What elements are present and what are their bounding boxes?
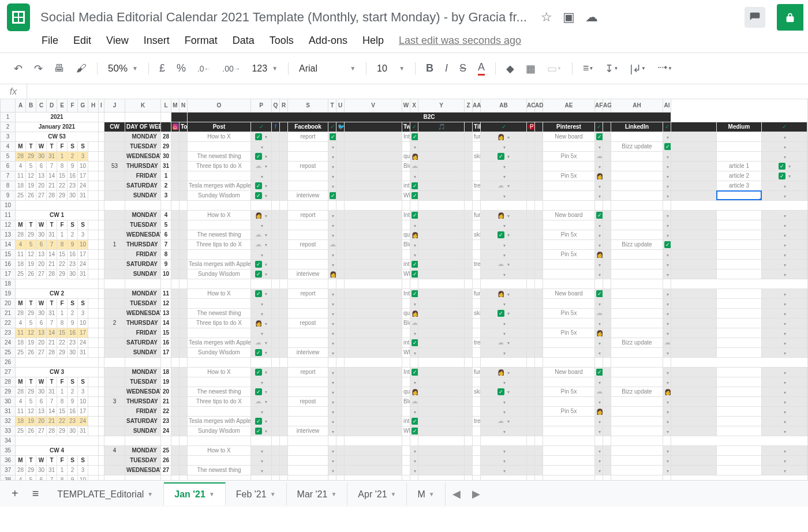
date-cell[interactable]: 21	[161, 396, 171, 406]
cell[interactable]	[272, 239, 280, 249]
cell[interactable]	[171, 328, 179, 338]
cell[interactable]	[527, 338, 535, 347]
cell[interactable]: M	[16, 377, 26, 387]
cw-cell[interactable]	[104, 151, 125, 161]
cell[interactable]: S	[68, 455, 78, 465]
linkedin-cell[interactable]	[611, 259, 663, 269]
cell[interactable]	[345, 161, 402, 171]
cell[interactable]	[465, 406, 473, 416]
post-status[interactable]: ✓ ▾	[251, 132, 272, 141]
pinterest-status[interactable]: ▾	[595, 298, 603, 308]
facebook-cell[interactable]	[288, 141, 328, 151]
cell[interactable]	[535, 347, 543, 357]
pinterest-status[interactable]: ▾	[595, 377, 603, 387]
cell[interactable]: 23	[68, 416, 78, 426]
facebook-status[interactable]: ▾	[328, 445, 336, 455]
column-header[interactable]: N	[179, 99, 188, 112]
cell[interactable]	[88, 426, 99, 436]
date-cell[interactable]: 1	[161, 171, 171, 181]
cell[interactable]	[603, 259, 611, 269]
cell[interactable]	[603, 122, 611, 132]
facebook-status[interactable]: ▾	[328, 210, 336, 220]
post-cell[interactable]: Sunday Wisdom	[188, 426, 251, 436]
cell[interactable]: 16	[68, 328, 78, 338]
cell[interactable]: 3	[78, 308, 88, 318]
cell[interactable]	[418, 367, 465, 377]
pinterest-cell[interactable]: Pin 5x	[543, 171, 595, 181]
cell[interactable]	[99, 406, 104, 416]
cell[interactable]	[280, 141, 288, 151]
format-percent-button[interactable]: %	[173, 60, 189, 77]
medium-status[interactable]: ▾	[762, 367, 807, 377]
pinterest-status[interactable]: ✓ ▾	[595, 132, 603, 141]
medium-cell[interactable]	[716, 367, 762, 377]
cell[interactable]: 3	[78, 230, 88, 239]
post-status[interactable]: ☁ ▾	[251, 338, 272, 347]
linkedin-cell[interactable]	[611, 465, 663, 475]
medium-cell[interactable]	[716, 396, 762, 406]
cell[interactable]: 30	[36, 308, 47, 318]
medium-cell[interactable]: article 3	[716, 181, 762, 190]
medium-cell[interactable]	[716, 318, 762, 328]
move-icon[interactable]: ▣	[563, 10, 575, 25]
linkedin-status[interactable]: ▾	[663, 210, 671, 220]
cell[interactable]	[99, 190, 104, 200]
cell[interactable]	[99, 141, 104, 151]
medium-status[interactable]: ▾	[762, 220, 807, 230]
bold-button[interactable]: B	[422, 60, 437, 77]
pinterest-status[interactable]: ▾	[595, 318, 603, 328]
cell[interactable]	[535, 161, 543, 171]
linkedin-status[interactable]: ▾	[663, 289, 671, 298]
cell[interactable]	[465, 377, 473, 387]
tiktok-status[interactable]: 👩 ▾	[481, 210, 527, 220]
cell[interactable]	[171, 318, 179, 328]
cell[interactable]	[171, 181, 179, 190]
tiktok-status[interactable]: ▾	[481, 445, 527, 455]
sheet-tab[interactable]: Jan '21▼	[164, 482, 226, 505]
post-status[interactable]: ▾	[251, 249, 272, 259]
cell[interactable]	[535, 377, 543, 387]
column-header[interactable]: AG	[603, 99, 611, 112]
column-header[interactable]: C	[36, 99, 47, 112]
cell[interactable]	[671, 190, 717, 200]
cell[interactable]: 27	[36, 190, 47, 200]
tiktok-status[interactable]: ▾	[481, 239, 527, 249]
post-status[interactable]: ▾	[251, 328, 272, 338]
text-wrap-button[interactable]: |↲▼	[626, 60, 649, 77]
cell[interactable]	[465, 161, 473, 171]
column-header[interactable]: H	[88, 99, 99, 112]
cell[interactable]	[603, 318, 611, 328]
cell[interactable]	[171, 269, 179, 279]
facebook-status[interactable]: ▾	[328, 455, 336, 465]
post-status[interactable]: ☁ ▾	[251, 396, 272, 406]
medium-status[interactable]: ▾	[762, 387, 807, 396]
linkedin-cell[interactable]	[611, 161, 663, 171]
hdr-tiktok[interactable]: TikTok	[473, 122, 481, 132]
post-cell[interactable]: How to X	[188, 367, 251, 377]
day-of-week[interactable]: MONDAY	[125, 367, 161, 377]
cell[interactable]	[272, 357, 280, 367]
row-header[interactable]: 37	[1, 465, 16, 475]
cell[interactable]: M	[16, 220, 26, 230]
cell[interactable]	[171, 249, 179, 259]
facebook-cell[interactable]	[288, 308, 328, 318]
date-cell[interactable]: 12	[161, 298, 171, 308]
cell[interactable]	[88, 171, 99, 181]
cell[interactable]	[88, 387, 99, 396]
linkedin-cell[interactable]	[611, 328, 663, 338]
cell[interactable]	[345, 220, 402, 230]
day-of-week[interactable]: TUESDAY	[125, 220, 161, 230]
twitter-status[interactable]: 👩 ▾	[410, 308, 418, 318]
cell[interactable]: 9	[68, 318, 78, 328]
column-header[interactable]: AB	[481, 99, 527, 112]
cell[interactable]	[179, 436, 188, 445]
cell[interactable]: 28	[16, 387, 26, 396]
tiktok-cell[interactable]: trend	[473, 338, 481, 347]
linkedin-cell[interactable]	[611, 318, 663, 328]
cell[interactable]	[171, 396, 179, 406]
cell[interactable]	[336, 465, 345, 475]
date-cell[interactable]: 30	[161, 151, 171, 161]
cell[interactable]	[345, 249, 402, 259]
pinterest-cell[interactable]	[543, 347, 595, 357]
cell[interactable]	[465, 367, 473, 377]
